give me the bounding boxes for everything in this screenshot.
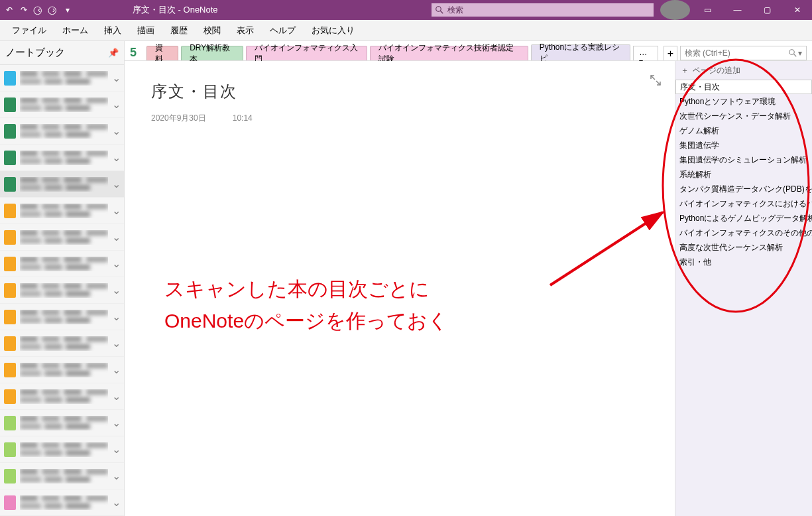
chevron-down-icon[interactable]: ⌄ bbox=[112, 363, 120, 376]
page-canvas[interactable]: 序文・目次 2020年9月30日10:14 スキャンした本の目次ごとに OneN… bbox=[125, 61, 675, 516]
menu-表示[interactable]: 表示 bbox=[229, 21, 262, 40]
menu-ファイル[interactable]: ファイル bbox=[4, 21, 54, 40]
search-icon bbox=[789, 49, 797, 57]
page-item[interactable]: Pythonによるゲノムビッグデータ解析 bbox=[675, 211, 812, 226]
user-avatar[interactable] bbox=[660, 0, 690, 20]
titlebar-search[interactable]: 検索 bbox=[432, 3, 654, 17]
maximize-icon[interactable]: ▢ bbox=[752, 0, 782, 20]
notebook-sidebar: ノートブック 📌 ⌄⌄⌄⌄⌄⌄⌄⌄⌄⌄⌄⌄⌄⌄⌄⌄⌄ bbox=[0, 41, 125, 516]
chevron-down-icon[interactable]: ⌄ bbox=[112, 231, 120, 243]
chevron-down-icon[interactable]: ⌄ bbox=[112, 390, 120, 403]
notebook-item[interactable]: ⌄ bbox=[0, 383, 124, 410]
add-section-button[interactable]: + bbox=[664, 46, 677, 60]
ribbon-toggle-icon[interactable]: ▭ bbox=[693, 0, 723, 20]
svg-line-5 bbox=[656, 81, 660, 85]
back-icon[interactable]: ◯‹ bbox=[33, 5, 44, 15]
notebook-item[interactable]: ⌄ bbox=[0, 92, 124, 118]
notebook-item[interactable]: ⌄ bbox=[0, 251, 124, 277]
page-item[interactable]: バイオインフォマティクスのその他のトピック bbox=[675, 226, 812, 240]
notebook-color-icon bbox=[4, 363, 16, 377]
notebook-item[interactable]: ⌄ bbox=[0, 224, 124, 251]
menu-挿入[interactable]: 挿入 bbox=[96, 21, 129, 40]
notebook-item[interactable]: ⌄ bbox=[0, 118, 124, 145]
chevron-down-icon[interactable]: ⌄ bbox=[112, 178, 120, 190]
window-controls: ▭ — ▢ ✕ bbox=[660, 0, 812, 20]
close-icon[interactable]: ✕ bbox=[782, 0, 812, 20]
page-item[interactable]: Pythonとソフトウェア環境 bbox=[675, 94, 812, 109]
pin-icon[interactable]: 📌 bbox=[108, 48, 119, 58]
page-item[interactable]: 序文・目次 bbox=[675, 80, 812, 94]
menu-お気に入り[interactable]: お気に入り bbox=[304, 21, 363, 40]
notebook-item[interactable]: ⌄ bbox=[0, 171, 124, 198]
notebook-glyph-icon: 5 bbox=[130, 46, 141, 60]
notebook-color-icon bbox=[4, 177, 16, 192]
chevron-down-icon[interactable]: ⌄ bbox=[112, 72, 120, 84]
chevron-down-icon[interactable]: ⌄ bbox=[112, 284, 120, 296]
page-item[interactable]: 系統解析 bbox=[675, 167, 812, 182]
add-page-button[interactable]: ＋ ページの追加 bbox=[675, 61, 812, 80]
menu-ホーム[interactable]: ホーム bbox=[54, 21, 96, 40]
chevron-down-icon[interactable]: ⌄ bbox=[112, 337, 120, 350]
section-tab[interactable]: バイオインフォマティクス技術者認定試験 bbox=[370, 46, 528, 60]
chevron-down-icon[interactable]: ⌄ bbox=[112, 125, 120, 137]
qat-dropdown-icon[interactable]: ▾ bbox=[62, 5, 73, 15]
notebook-item[interactable]: ⌄ bbox=[0, 410, 124, 436]
page-date: 2020年9月30日10:14 bbox=[151, 113, 648, 124]
undo-icon[interactable]: ↶ bbox=[4, 5, 15, 15]
chevron-down-icon[interactable]: ⌄ bbox=[112, 443, 120, 456]
page-search-placeholder: 検索 (Ctrl+E) bbox=[685, 48, 730, 59]
page-item[interactable]: タンパク質構造データバンク(PDB)を使 bbox=[675, 182, 812, 196]
chevron-down-icon[interactable]: ⌄ bbox=[112, 257, 120, 270]
minimize-icon[interactable]: — bbox=[723, 0, 752, 20]
page-search[interactable]: 検索 (Ctrl+E) ▾ bbox=[680, 46, 807, 60]
chevron-down-icon[interactable]: ⌄ bbox=[112, 310, 120, 323]
notebook-item[interactable]: ⌄ bbox=[0, 357, 124, 383]
page-item[interactable]: 高度な次世代シーケンス解析 bbox=[675, 240, 812, 255]
page-item[interactable]: 集団遺伝学のシミュレーション解析 bbox=[675, 153, 812, 167]
menu-ヘルプ[interactable]: ヘルプ bbox=[262, 21, 304, 40]
redo-icon[interactable]: ↷ bbox=[19, 5, 29, 15]
section-tab[interactable]: 資料 bbox=[146, 46, 178, 60]
chevron-down-icon[interactable]: ⌄ bbox=[112, 496, 120, 509]
notebook-color-icon bbox=[4, 416, 16, 430]
page-item[interactable]: ゲノム解析 bbox=[675, 123, 812, 138]
notebook-item[interactable]: ⌄ bbox=[0, 65, 124, 92]
menu-描画[interactable]: 描画 bbox=[129, 21, 162, 40]
section-tab[interactable]: Pythonによる実践レシピ bbox=[531, 44, 630, 60]
notebook-label bbox=[20, 97, 108, 112]
chevron-down-icon[interactable]: ⌄ bbox=[112, 470, 120, 482]
notebook-item[interactable]: ⌄ bbox=[0, 463, 124, 489]
notebook-color-icon bbox=[4, 442, 16, 457]
chevron-down-icon[interactable]: ⌄ bbox=[112, 204, 120, 217]
notebook-color-icon bbox=[4, 469, 16, 484]
notebook-item[interactable]: ⌄ bbox=[0, 489, 124, 516]
fullscreen-icon[interactable] bbox=[650, 74, 662, 86]
section-tab[interactable]: DRY解析教本 bbox=[181, 46, 243, 60]
chevron-down-icon[interactable]: ⌄ bbox=[112, 417, 120, 429]
page-item[interactable]: 索引・他 bbox=[675, 255, 812, 269]
notebook-item[interactable]: ⌄ bbox=[0, 330, 124, 357]
notebook-label bbox=[20, 257, 108, 271]
title-bar: ↶ ↷ ◯‹ ◯› ▾ 序文・目次 - OneNote 検索 ▭ — ▢ ✕ bbox=[0, 0, 812, 20]
section-tab[interactable]: バイオインフォマティクス入門 bbox=[246, 46, 367, 60]
notebook-label bbox=[20, 283, 108, 298]
page-item[interactable]: 次世代シーケンス・データ解析 bbox=[675, 109, 812, 123]
page-item[interactable]: バイオインフォマティクスにおけるパイプライ bbox=[675, 196, 812, 211]
chevron-down-icon[interactable]: ⌄ bbox=[112, 151, 120, 164]
menu-校閲[interactable]: 校閲 bbox=[196, 21, 229, 40]
forward-icon[interactable]: ◯› bbox=[48, 5, 58, 15]
notebook-item[interactable]: ⌄ bbox=[0, 277, 124, 304]
svg-line-4 bbox=[651, 76, 655, 80]
chevron-down-icon[interactable]: ⌄ bbox=[112, 98, 120, 111]
notebook-item[interactable]: ⌄ bbox=[0, 145, 124, 171]
notebook-item[interactable]: ⌄ bbox=[0, 304, 124, 330]
page-item[interactable]: 集団遺伝学 bbox=[675, 138, 812, 153]
notebook-item[interactable]: ⌄ bbox=[0, 198, 124, 224]
more-tabs-button[interactable]: … ▾ bbox=[633, 46, 658, 60]
page-title[interactable]: 序文・目次 bbox=[151, 81, 648, 102]
notebook-item[interactable]: ⌄ bbox=[0, 436, 124, 463]
notebook-label bbox=[20, 204, 108, 218]
notebook-label bbox=[20, 469, 108, 484]
quick-access-toolbar: ↶ ↷ ◯‹ ◯› ▾ bbox=[0, 5, 73, 15]
menu-履歴[interactable]: 履歴 bbox=[162, 21, 196, 40]
